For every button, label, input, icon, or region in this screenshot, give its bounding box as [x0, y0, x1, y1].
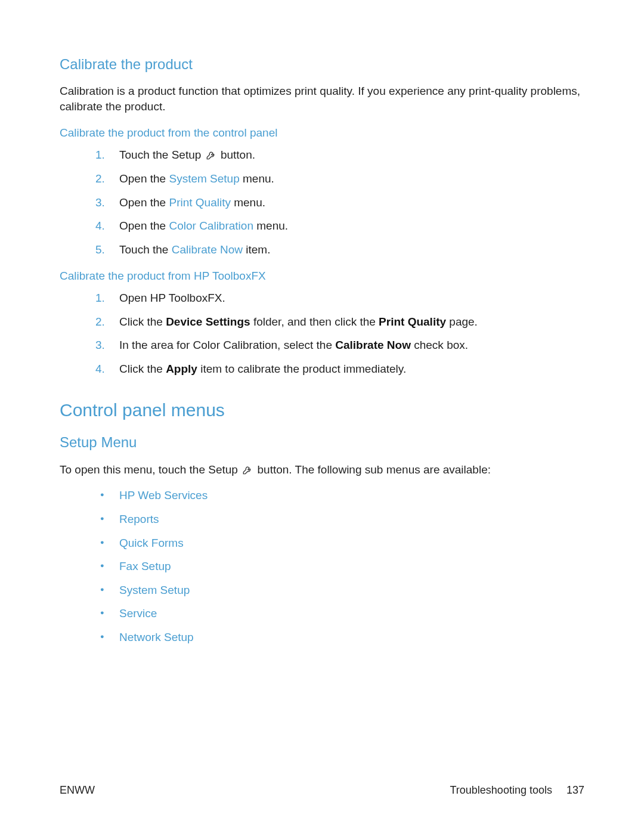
heading-calibrate-from-panel: Calibrate the product from the control p…: [60, 125, 584, 141]
intro-text: button. The following sub menus are avai…: [254, 463, 491, 476]
menu-link-system-setup: System Setup: [169, 172, 239, 185]
document-page: Calibrate the product Calibration is a p…: [0, 0, 644, 833]
page-number: 137: [566, 783, 584, 797]
step-text: menu.: [240, 172, 274, 185]
step-text: item to calibrate the product immediatel…: [197, 363, 406, 375]
steps-calibrate-toolbox: Open HP ToolboxFX. Click the Device Sett…: [95, 290, 584, 377]
submenu-link: HP Web Services: [119, 489, 208, 501]
bold-apply: Apply: [166, 363, 197, 375]
footer-left: ENWW: [60, 783, 95, 797]
step-text: menu.: [253, 219, 288, 232]
list-item: Reports: [95, 512, 584, 527]
footer-section: Troubleshooting tools: [450, 783, 552, 797]
step-text: item.: [243, 243, 270, 256]
list-item: In the area for Color Calibration, selec…: [95, 337, 584, 353]
paragraph-calibrate-intro: Calibration is a product function that o…: [60, 83, 584, 114]
step-text: Click the: [119, 315, 166, 328]
step-text: button.: [218, 148, 255, 161]
menu-link-print-quality: Print Quality: [169, 196, 230, 209]
heading-calibrate-product: Calibrate the product: [60, 55, 584, 74]
list-item: Open the Color Calibration menu.: [95, 218, 584, 234]
heading-control-panel-menus: Control panel menus: [60, 398, 584, 423]
footer-right: Troubleshooting tools 137: [450, 783, 585, 797]
step-text: Open the: [119, 172, 169, 185]
step-text: menu.: [231, 196, 265, 209]
heading-calibrate-from-toolbox: Calibrate the product from HP ToolboxFX: [60, 268, 584, 284]
submenu-list: HP Web Services Reports Quick Forms Fax …: [95, 488, 584, 645]
list-item: Touch the Calibrate Now item.: [95, 242, 584, 258]
step-text: check box.: [411, 339, 468, 351]
step-text: In the area for Color Calibration, selec…: [119, 339, 335, 351]
paragraph-setup-menu-intro: To open this menu, touch the Setup butto…: [60, 462, 584, 478]
step-text: Click the: [119, 363, 166, 375]
steps-calibrate-panel: Touch the Setup button. Open the System …: [95, 147, 584, 257]
submenu-link: System Setup: [119, 584, 190, 596]
submenu-link: Quick Forms: [119, 537, 184, 549]
step-text: Touch the Setup: [119, 148, 205, 161]
list-item: Click the Device Settings folder, and th…: [95, 314, 584, 330]
step-text: Open the: [119, 219, 169, 232]
list-item: Touch the Setup button.: [95, 147, 584, 163]
step-text: page.: [446, 315, 478, 328]
step-text: Open the: [119, 196, 169, 209]
list-item: HP Web Services: [95, 488, 584, 503]
menu-link-color-calibration: Color Calibration: [169, 219, 253, 232]
wrench-icon: [242, 464, 253, 475]
bold-device-settings: Device Settings: [166, 315, 250, 328]
wrench-icon: [206, 149, 216, 160]
step-text: folder, and then click the: [250, 315, 379, 328]
list-item: Network Setup: [95, 630, 584, 645]
list-item: Quick Forms: [95, 535, 584, 551]
list-item: Fax Setup: [95, 559, 584, 574]
submenu-link: Service: [119, 607, 157, 620]
submenu-link: Fax Setup: [119, 560, 171, 572]
list-item: Open HP ToolboxFX.: [95, 290, 584, 306]
step-text: Open HP ToolboxFX.: [119, 292, 225, 304]
menu-link-calibrate-now: Calibrate Now: [172, 243, 243, 256]
list-item: System Setup: [95, 583, 584, 598]
page-footer: ENWW Troubleshooting tools 137: [60, 783, 584, 797]
step-text: Touch the: [119, 243, 172, 256]
intro-text: To open this menu, touch the Setup: [60, 463, 241, 476]
bold-print-quality: Print Quality: [379, 315, 446, 328]
list-item: Click the Apply item to calibrate the pr…: [95, 361, 584, 377]
list-item: Open the System Setup menu.: [95, 171, 584, 187]
list-item: Open the Print Quality menu.: [95, 195, 584, 210]
heading-setup-menu: Setup Menu: [60, 433, 584, 452]
submenu-link: Reports: [119, 513, 159, 525]
bold-calibrate-now: Calibrate Now: [335, 339, 411, 351]
submenu-link: Network Setup: [119, 631, 194, 643]
list-item: Service: [95, 606, 584, 621]
